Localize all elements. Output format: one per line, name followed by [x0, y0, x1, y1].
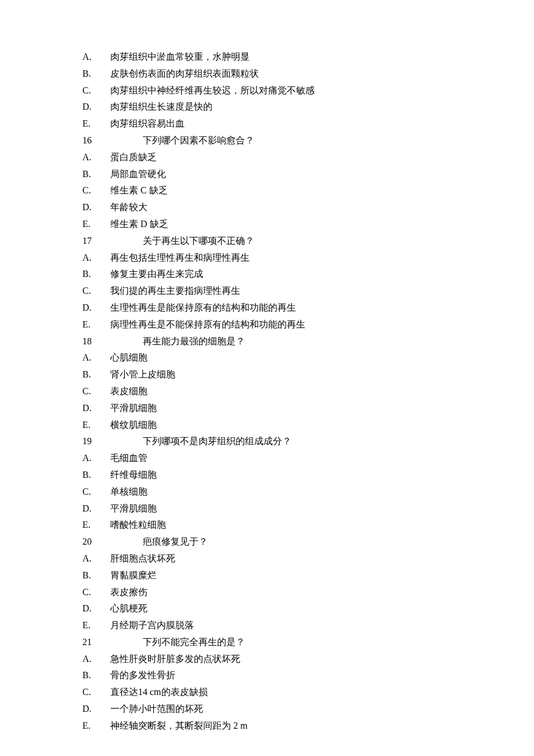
option-label: B.: [82, 166, 110, 183]
option-text: 年龄较大: [110, 199, 147, 216]
question-number: 17: [82, 233, 143, 250]
option-line: D.心肌梗死: [82, 600, 454, 617]
option-label: A.: [82, 149, 110, 166]
option-text: 平滑肌细胞: [110, 501, 157, 517]
option-line: C.肉芽组织中神经纤维再生较迟，所以对痛觉不敏感: [82, 82, 454, 99]
option-label: B.: [82, 66, 110, 82]
question-line: 17关于再生以下哪项不正确？: [82, 233, 454, 250]
option-line: E.维生素 D 缺乏: [82, 216, 454, 233]
option-label: B.: [82, 366, 110, 383]
option-text: 嗜酸性粒细胞: [110, 517, 166, 534]
option-text: 骨的多发性骨折: [110, 667, 175, 684]
option-label: A.: [82, 450, 110, 467]
option-label: A.: [82, 651, 110, 668]
option-text: 横纹肌细胞: [110, 417, 157, 434]
option-label: C.: [82, 283, 110, 300]
option-label: A.: [82, 550, 110, 567]
question-number: 21: [82, 634, 143, 651]
option-line: E.肉芽组织容易出血: [82, 116, 454, 132]
option-text: 平滑肌细胞: [110, 400, 157, 417]
option-line: E.神经轴突断裂，其断裂间距为 2 m: [82, 718, 454, 735]
option-label: B.: [82, 667, 110, 684]
option-label: E.: [82, 216, 110, 233]
option-line: D.平滑肌细胞: [82, 400, 454, 417]
option-line: A.肝细胞点状坏死: [82, 550, 454, 567]
question-text: 关于再生以下哪项不正确？: [143, 233, 254, 250]
option-line: A.心肌细胞: [82, 350, 454, 366]
option-label: C.: [82, 684, 110, 701]
option-text: 单核细胞: [110, 484, 147, 501]
option-text: 皮肤创伤表面的肉芽组织表面颗粒状: [110, 66, 259, 82]
option-text: 急性肝炎时肝脏多发的点状坏死: [110, 651, 240, 668]
option-text: 维生素 D 缺乏: [110, 216, 168, 233]
option-text: 直径达14 cm的表皮缺损: [110, 684, 208, 701]
option-label: B.: [82, 567, 110, 584]
option-label: E.: [82, 617, 110, 634]
question-line: 20疤痕修复见于？: [82, 534, 454, 550]
option-line: D.生理性再生是能保持原有的结构和功能的再生: [82, 300, 454, 316]
question-line: 16下列哪个因素不影响愈合？: [82, 132, 454, 149]
option-text: 肝细胞点状坏死: [110, 550, 175, 567]
option-label: D.: [82, 501, 110, 517]
option-label: C.: [82, 484, 110, 501]
option-label: D.: [82, 99, 110, 116]
option-line: C.表皮擦伤: [82, 584, 454, 601]
option-text: 一个肺小叶范围的坏死: [110, 701, 203, 718]
option-text: 肉芽组织中神经纤维再生较迟，所以对痛觉不敏感: [110, 82, 315, 99]
option-line: A.毛细血管: [82, 450, 454, 467]
option-text: 心肌梗死: [110, 600, 147, 617]
option-text: 表皮细胞: [110, 383, 147, 400]
option-line: B.骨的多发性骨折: [82, 667, 454, 684]
option-line: E.病理性再生是不能保持原有的结构和功能的再生: [82, 316, 454, 333]
question-text: 下列哪项不是肉芽组织的组成成分？: [143, 433, 291, 450]
option-line: B.肾小管上皮细胞: [82, 366, 454, 383]
option-line: C.单核细胞: [82, 484, 454, 501]
question-number: 16: [82, 132, 143, 149]
option-line: A.蛋白质缺乏: [82, 149, 454, 166]
option-line: B.修复主要由再生来完成: [82, 266, 454, 283]
option-label: C.: [82, 383, 110, 400]
option-line: D.肉芽组织生长速度是快的: [82, 99, 454, 116]
option-text: 修复主要由再生来完成: [110, 266, 203, 283]
option-label: B.: [82, 467, 110, 484]
option-text: 胃黏膜糜烂: [110, 567, 157, 584]
question-number: 19: [82, 433, 143, 450]
option-line: B.纤维母细胞: [82, 467, 454, 484]
option-label: D.: [82, 400, 110, 417]
option-line: D.平滑肌细胞: [82, 501, 454, 517]
option-line: B.皮肤创伤表面的肉芽组织表面颗粒状: [82, 66, 454, 82]
option-line: C.维生素 C 缺乏: [82, 182, 454, 199]
option-label: C.: [82, 584, 110, 601]
option-text: 毛细血管: [110, 450, 147, 467]
option-label: E.: [82, 316, 110, 333]
question-text: 下列哪个因素不影响愈合？: [143, 132, 254, 149]
option-text: 再生包括生理性再生和病理性再生: [110, 250, 250, 267]
option-line: E.月经期子宫内膜脱落: [82, 617, 454, 634]
option-label: D.: [82, 300, 110, 316]
option-label: C.: [82, 182, 110, 199]
option-text: 表皮擦伤: [110, 584, 147, 601]
option-text: 肉芽组织中淤血常较重，水肿明显: [110, 49, 250, 66]
question-number: 18: [82, 333, 143, 350]
question-line: 18再生能力最强的细胞是？: [82, 333, 454, 350]
option-label: D.: [82, 199, 110, 216]
question-text: 再生能力最强的细胞是？: [143, 333, 245, 350]
option-label: A.: [82, 49, 110, 66]
option-label: E.: [82, 417, 110, 434]
option-line: B.胃黏膜糜烂: [82, 567, 454, 584]
option-label: D.: [82, 701, 110, 718]
document-page: A.肉芽组织中淤血常较重，水肿明显B.皮肤创伤表面的肉芽组织表面颗粒状C.肉芽组…: [0, 0, 454, 735]
option-text: 局部血管硬化: [110, 166, 166, 183]
option-text: 月经期子宫内膜脱落: [110, 617, 194, 634]
question-text: 下列不能完全再生的是？: [143, 634, 245, 651]
option-line: A.再生包括生理性再生和病理性再生: [82, 250, 454, 267]
option-text: 病理性再生是不能保持原有的结构和功能的再生: [110, 316, 305, 333]
option-label: A.: [82, 350, 110, 366]
option-text: 生理性再生是能保持原有的结构和功能的再生: [110, 300, 296, 316]
option-label: B.: [82, 266, 110, 283]
option-text: 肉芽组织生长速度是快的: [110, 99, 212, 116]
option-line: A.肉芽组织中淤血常较重，水肿明显: [82, 49, 454, 66]
option-label: A.: [82, 250, 110, 267]
option-text: 纤维母细胞: [110, 467, 157, 484]
option-line: C.我们提的再生主要指病理性再生: [82, 283, 454, 300]
